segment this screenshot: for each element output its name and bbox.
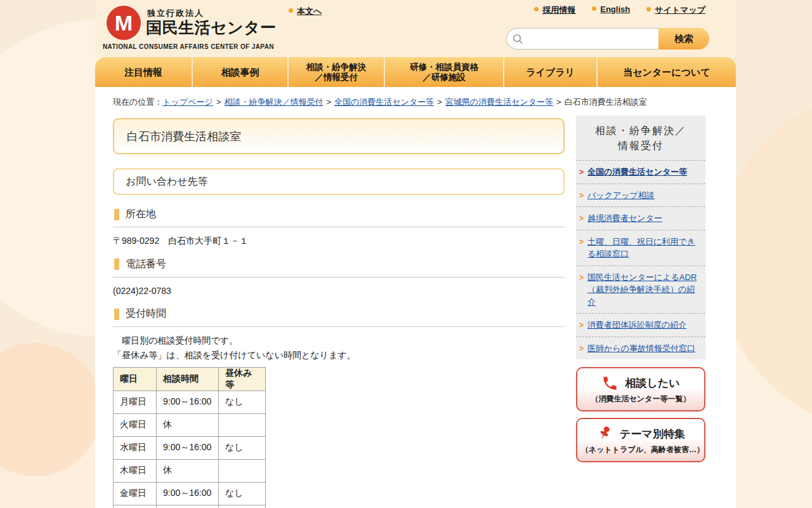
chevron-icon: > [579, 190, 584, 201]
search-input[interactable] [527, 29, 654, 48]
table-row: 月曜日 9:00～16:00 なし [114, 391, 266, 413]
address-heading-label: 所在地 [126, 208, 156, 221]
site-header: M 独立行政法人 国民生活センター NATIONAL CONSUMER AFFA… [95, 0, 736, 57]
english-link-label: English [600, 4, 630, 14]
tab-library[interactable]: ライブラリ [503, 57, 596, 87]
sidebar-item-cross-border[interactable]: > 越境消費者センター [576, 206, 705, 230]
bullet-icon [534, 7, 539, 11]
chevron-icon: > [579, 213, 584, 224]
cell-lunch [219, 505, 266, 508]
breadcrumb-link-home[interactable]: トップページ [162, 97, 213, 107]
tab-label: 注目情報 [124, 67, 162, 77]
cell-lunch [219, 459, 266, 482]
cell-lunch [219, 413, 266, 436]
cell-lunch: なし [219, 391, 266, 413]
tab-label: ライブラリ [526, 67, 575, 77]
banner-title-row: テーマ別特集 [581, 425, 700, 443]
cell-day: 水曜日 [114, 436, 157, 459]
breadcrumb-separator: > [437, 97, 442, 107]
breadcrumb-link-consultation[interactable]: 相談・紛争解決／情報受付 [224, 97, 323, 107]
col-header-day: 曜日 [114, 367, 157, 391]
banner-consult[interactable]: 相談したい （消費生活センター等一覧） [576, 367, 705, 411]
skip-link-label: 本文へ [297, 6, 322, 16]
sidebar-item-label[interactable]: 医師からの事故情報受付窓口 [587, 342, 695, 355]
cell-day: 土曜日 [114, 505, 157, 508]
sidebar: 相談・紛争解決／ 情報受付 > 全国の消費生活センター等 > バックアップ相談 … [576, 116, 705, 462]
address-value: 〒989-0292 白石市大手町１－１ [113, 235, 565, 248]
phone-section-heading: 電話番号 [113, 258, 565, 277]
search-button[interactable]: 検索 [658, 28, 709, 50]
sidebar-item-weekend-holiday[interactable]: > 土曜、日曜、祝日に利用できる相談窓口 [576, 230, 705, 265]
sidebar-item-label[interactable]: 消費者団体訴訟制度の紹介 [587, 319, 686, 331]
table-row: 火曜日 休 [114, 413, 266, 436]
sidebar-item-label[interactable]: 国民生活センターによるADR（裁判外紛争解決手続）の紹介 [587, 271, 702, 309]
sidebar-item-national-centers[interactable]: > 全国の消費生活センター等 [576, 160, 705, 184]
reception-hours-table: 曜日 相談時間 昼休み等 月曜日 9:00～16:00 なし 火曜日 休 [113, 367, 266, 508]
chevron-icon: > [579, 272, 584, 283]
site-logo[interactable]: M 独立行政法人 国民生活センター NATIONAL CONSUMER AFFA… [103, 4, 293, 55]
sidebar-item-label[interactable]: 土曜、日曜、祝日に利用できる相談窓口 [587, 236, 702, 260]
sidebar-item-backup-consultation[interactable]: > バックアップ相談 [576, 184, 705, 207]
banner-theme-title: テーマ別特集 [620, 427, 685, 441]
main-content: 現在の位置：トップページ>相談・紛争解決／情報受付>全国の消費生活センター等>宮… [95, 87, 736, 508]
hours-heading-label: 受付時間 [126, 307, 166, 321]
bullet-icon [592, 6, 596, 11]
sidebar-item-adr[interactable]: > 国民生活センターによるADR（裁判外紛争解決手続）の紹介 [576, 265, 705, 314]
sitemap-link[interactable]: サイトマップ [646, 4, 705, 16]
sidebar-item-label[interactable]: 越境消費者センター [587, 212, 662, 225]
banner-theme-features[interactable]: テーマ別特集 （ネットトラブル、高齢者被害…） [576, 418, 705, 462]
skip-to-content-link[interactable]: 本文へ [289, 6, 322, 17]
contact-heading: お問い合わせ先等 [113, 168, 565, 195]
site-search: 検索 [506, 28, 709, 50]
tab-consultation-dispute[interactable]: 相談・紛争解決 ／情報受付 [287, 57, 384, 87]
table-row: 水曜日 9:00～16:00 なし [114, 436, 266, 459]
address-section-heading: 所在地 [113, 208, 565, 227]
english-link[interactable]: English [592, 4, 630, 16]
chevron-icon: > [579, 236, 584, 248]
tab-case-examples[interactable]: 相談事例 [192, 57, 287, 87]
sidebar-menu: 相談・紛争解決／ 情報受付 > 全国の消費生活センター等 > バックアップ相談 … [576, 116, 705, 359]
page-column: M 独立行政法人 国民生活センター NATIONAL CONSUMER AFFA… [95, 0, 736, 508]
cell-day: 木曜日 [114, 459, 157, 482]
recruit-link-label: 採用情報 [542, 5, 575, 15]
tab-about-center[interactable]: 当センターについて [596, 57, 736, 87]
banner-consult-subtitle: （消費生活センター等一覧） [581, 394, 700, 404]
breadcrumb-separator: > [216, 97, 221, 107]
article-column: 白石市消費生活相談室 お問い合わせ先等 所在地 〒989-0292 白石市大手町… [113, 118, 565, 508]
sidebar-item-consumer-group-litigation[interactable]: > 消費者団体訴訟制度の紹介 [576, 313, 705, 337]
chevron-icon: > [579, 343, 584, 354]
breadcrumb-link-miyagi-centers[interactable]: 宮城県の消費生活センター等 [445, 97, 553, 107]
utility-links: 採用情報 English サイトマップ [534, 4, 705, 16]
col-header-lunch: 昼休み等 [219, 367, 266, 391]
cell-day: 月曜日 [114, 391, 157, 413]
table-row: 土曜日 休 [114, 505, 266, 508]
sidebar-item-label[interactable]: 全国の消費生活センター等 [587, 166, 687, 178]
table-row: 金曜日 9:00～16:00 なし [114, 482, 266, 505]
org-name-en-label: NATIONAL CONSUMER AFFAIRS CENTER OF JAPA… [103, 43, 274, 50]
search-icon [512, 33, 524, 45]
breadcrumb-link-national-centers[interactable]: 全国の消費生活センター等 [334, 97, 434, 107]
recruit-link[interactable]: 採用情報 [534, 4, 575, 16]
tab-notable-info[interactable]: 注目情報 [95, 57, 192, 87]
bullet-icon [289, 8, 293, 13]
sidebar-item-label[interactable]: バックアップ相談 [587, 189, 655, 202]
sidebar-item-doctor-accident-report[interactable]: > 医師からの事故情報受付窓口 [576, 337, 705, 360]
banner-consult-title: 相談したい [625, 376, 679, 391]
cell-time: 休 [157, 413, 219, 436]
section-marker-icon [114, 209, 119, 220]
breadcrumb: 現在の位置：トップページ>相談・紛争解決／情報受付>全国の消費生活センター等>宮… [113, 97, 647, 108]
breadcrumb-separator: > [556, 97, 561, 107]
cell-time: 9:00～16:00 [157, 436, 219, 459]
col-header-time: 相談時間 [157, 367, 219, 391]
hours-section-heading: 受付時間 [113, 307, 565, 327]
tab-training-qualification[interactable]: 研修・相談員資格 ／研修施設 [384, 57, 503, 87]
tab-label: 相談事例 [221, 67, 259, 77]
search-field-wrap [506, 28, 658, 50]
banner-theme-subtitle: （ネットトラブル、高齢者被害…） [581, 444, 700, 455]
cell-day: 金曜日 [114, 482, 157, 505]
cell-time: 9:00～16:00 [157, 482, 219, 505]
sidebar-title: 相談・紛争解決／ 情報受付 [576, 116, 705, 160]
org-name-label: 国民生活センター [146, 17, 277, 38]
banner-title-row: 相談したい [581, 375, 700, 392]
global-nav: 注目情報 相談事例 相談・紛争解決 ／情報受付 研修・相談員資格 ／研修施設 ラ… [95, 57, 736, 87]
